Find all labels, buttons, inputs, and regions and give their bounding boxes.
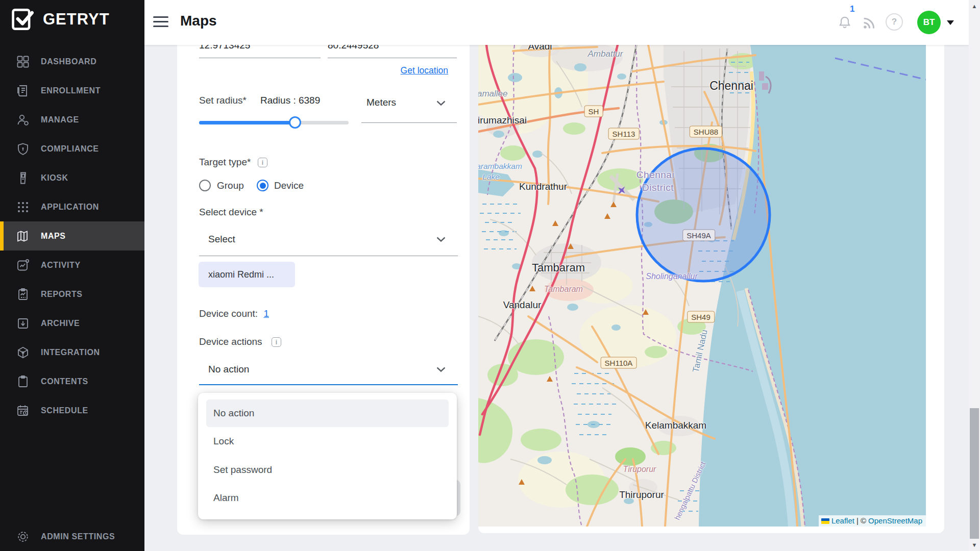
rss-feed-icon[interactable] <box>862 15 877 31</box>
help-glyph: ? <box>892 17 897 27</box>
account-menu-caret-icon[interactable] <box>947 20 954 25</box>
sidebar-item-label: ENROLLMENT <box>41 86 101 95</box>
archive-icon <box>16 317 30 330</box>
radius-slider[interactable] <box>199 116 349 129</box>
maps-icon <box>16 230 30 243</box>
latitude-underline <box>199 58 321 58</box>
sidebar-item-activity[interactable]: ACTIVITY <box>0 251 144 280</box>
page-title: Maps <box>180 13 217 29</box>
road-shield-badge: SH49 <box>687 311 715 323</box>
sidebar-item-compliance[interactable]: COMPLIANCE <box>0 134 144 163</box>
scrollbar-thumb[interactable] <box>970 408 979 539</box>
device-count-row: Device count: 1 <box>199 308 269 319</box>
device-action-select[interactable]: No action <box>208 364 249 375</box>
geofence-circle[interactable] <box>637 148 770 281</box>
help-icon[interactable]: ? <box>886 13 903 31</box>
brand-name: GETRYT <box>43 10 110 29</box>
dropdown-option-set-password[interactable]: Set password <box>206 456 449 484</box>
contents-clipboard-icon <box>16 375 30 388</box>
radius-value-label: Radius : 6389 <box>260 95 320 106</box>
leaflet-link[interactable]: Leaflet <box>831 515 854 527</box>
dropdown-option-lock[interactable]: Lock <box>206 428 449 455</box>
select-device-label: Select device * <box>199 207 263 218</box>
sidebar-item-enrollment[interactable]: ENROLLMENT <box>0 76 144 105</box>
user-avatar[interactable]: BT <box>917 11 941 34</box>
avatar-initials: BT <box>923 17 935 28</box>
sidebar-nav: DASHBOARD ENROLLMENT MANAGE COMPLIANCE K… <box>0 47 144 425</box>
integration-cube-icon <box>16 346 30 359</box>
sidebar-item-label: REPORTS <box>41 290 83 299</box>
slider-thumb[interactable] <box>289 116 301 129</box>
notifications-bell-icon[interactable] <box>837 14 852 31</box>
action-select-focus-underline <box>199 384 458 385</box>
selected-device-chip: xiaomi Redmi ... <box>199 262 295 287</box>
osm-link[interactable]: OpenStreetMap <box>868 515 922 527</box>
unit-select[interactable]: Meters <box>366 97 396 108</box>
sidebar-item-label: SCHEDULE <box>41 406 88 415</box>
device-select[interactable]: Select <box>208 234 235 245</box>
sidebar-item-contents[interactable]: CONTENTS <box>0 367 144 396</box>
target-type-label: Target type* <box>199 157 251 168</box>
device-count-label: Device count: <box>199 308 258 319</box>
longitude-underline <box>328 58 457 58</box>
sidebar-item-label: ARCHIVE <box>41 319 80 328</box>
road-shield-badge: SH49A <box>682 230 715 241</box>
manage-icon <box>16 113 30 127</box>
sidebar-item-label: ACTIVITY <box>41 261 81 270</box>
notification-badge: 1 <box>850 4 854 14</box>
admin-settings-gear-icon <box>16 530 30 543</box>
header: Maps 1 ? BT <box>144 0 969 45</box>
sidebar-item-label: ADMIN SETTINGS <box>41 532 115 541</box>
sidebar-item-kiosk[interactable]: KIOSK <box>0 163 144 192</box>
ukraine-flag-icon <box>821 518 829 524</box>
get-location-link[interactable]: Get location <box>401 65 448 76</box>
sidebar-item-label: MAPS <box>41 232 66 241</box>
sidebar-item-reports[interactable]: REPORTS <box>0 280 144 309</box>
road-shield-badge: SH <box>584 106 603 117</box>
sidebar-item-archive[interactable]: ARCHIVE <box>0 309 144 338</box>
sidebar-item-manage[interactable]: MANAGE <box>0 105 144 134</box>
set-radius-label: Set radius* <box>199 95 247 106</box>
geofence-form-card: 12.9713425 80.2449528 Get location Set r… <box>177 37 470 535</box>
dropdown-option-alarm[interactable]: Alarm <box>206 484 449 512</box>
scroll-down-icon[interactable]: ▼ <box>969 540 980 550</box>
unit-underline <box>361 122 457 123</box>
scroll-up-icon[interactable]: ▲ <box>969 1 980 11</box>
sidebar-item-admin-settings[interactable]: ADMIN SETTINGS <box>0 522 144 551</box>
brand-logo[interactable]: GETRYT <box>10 5 110 34</box>
sidebar-item-label: KIOSK <box>41 173 68 183</box>
sidebar-item-integration[interactable]: INTEGRATION <box>0 338 144 367</box>
radio-device[interactable] <box>257 180 268 191</box>
brand-check-icon <box>10 6 37 33</box>
sidebar-item-dashboard[interactable]: DASHBOARD <box>0 47 144 76</box>
device-select-chevron-down-icon[interactable] <box>436 237 446 242</box>
attribution-separator: | © <box>856 515 866 527</box>
device-actions-info-icon[interactable]: i <box>272 337 281 347</box>
map-card: AvadiAmbatturChennainamalleeirumazhisaia… <box>478 37 944 533</box>
menu-toggle-icon[interactable] <box>153 16 168 29</box>
device-actions-label: Device actions <box>199 336 262 347</box>
sidebar-item-application[interactable]: APPLICATION <box>0 192 144 221</box>
device-count-link[interactable]: 1 <box>263 308 269 319</box>
unit-chevron-down-icon[interactable] <box>436 101 446 106</box>
page-scrollbar[interactable]: ▲ ▼ <box>969 0 980 551</box>
target-type-info-icon[interactable]: i <box>258 158 267 167</box>
enrollment-icon <box>16 84 30 97</box>
sidebar-item-label: COMPLIANCE <box>41 144 99 154</box>
app-window: GETRYT DASHBOARD ENROLLMENT MANAGE COMPL… <box>0 0 980 551</box>
sidebar-item-label: CONTENTS <box>41 377 88 386</box>
compliance-shield-icon <box>16 142 30 156</box>
schedule-calendar-icon <box>16 404 30 417</box>
radio-device-label[interactable]: Device <box>274 180 304 191</box>
sidebar-item-maps[interactable]: MAPS <box>0 221 144 251</box>
kiosk-icon <box>16 171 30 185</box>
radio-group-label[interactable]: Group <box>217 180 244 191</box>
action-chevron-down-icon[interactable] <box>436 367 446 372</box>
device-action-dropdown: No action Lock Set password Alarm <box>198 393 457 519</box>
sidebar-item-schedule[interactable]: SCHEDULE <box>0 396 144 425</box>
dropdown-option-no-action[interactable]: No action <box>206 399 449 427</box>
reports-icon <box>16 288 30 301</box>
radio-group[interactable] <box>199 180 211 191</box>
map[interactable]: AvadiAmbatturChennainamalleeirumazhisaia… <box>478 45 926 527</box>
device-select-underline <box>199 256 458 256</box>
